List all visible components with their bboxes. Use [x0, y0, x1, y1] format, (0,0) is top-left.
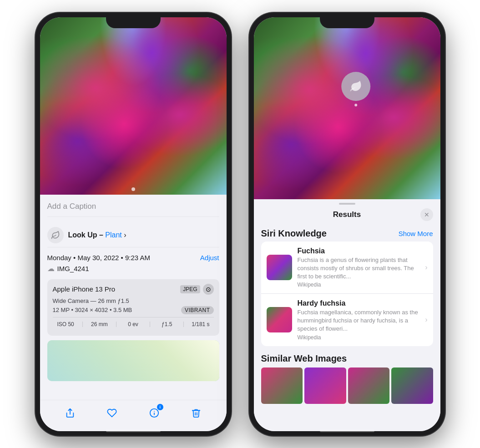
hardy-fuchsia-thumbnail — [267, 307, 292, 332]
hardy-fuchsia-source: Wikipedia — [298, 334, 420, 341]
date-row: Monday • May 30, 2022 • 9:23 AM Adjust — [47, 254, 219, 262]
date-line: Monday • May 30, 2022 • 9:23 AM Adjust — [47, 254, 219, 262]
hardy-fuchsia-desc: Fuchsia magellanica, commonly known as t… — [298, 308, 420, 333]
filename-row: ☁ IMG_4241 — [47, 264, 219, 273]
favorite-button[interactable] — [105, 406, 119, 420]
lookup-chevron: › — [124, 231, 126, 239]
right-flower-photo[interactable] — [254, 17, 440, 199]
right-notch — [320, 13, 374, 28]
right-phone: Results ✕ Siri Knowledge Show More Fuchs… — [249, 13, 445, 436]
results-header: Results ✕ — [254, 205, 440, 225]
exif-mm: 26 mm — [86, 321, 112, 327]
show-more-button[interactable]: Show More — [399, 230, 433, 237]
similar-web-images-section: Similar Web Images — [254, 350, 440, 407]
similar-image-3[interactable] — [348, 367, 390, 404]
exif-aperture: ƒ1.5 — [154, 321, 180, 327]
siri-knowledge-header: Siri Knowledge Show More — [254, 225, 440, 242]
mp-text: 12 MP • 3024 × 4032 • 3.5 MB — [53, 307, 132, 313]
info-panel: Add a Caption Look Up – Plant › — [40, 195, 227, 400]
info-badge: i — [157, 404, 163, 410]
fuchsia-chevron: › — [425, 263, 427, 272]
camera-model: Apple iPhone 13 Pro — [53, 285, 116, 293]
lookup-row[interactable]: Look Up – Plant › — [47, 223, 219, 247]
fuchsia-thumbnail — [267, 255, 292, 280]
settings-icon[interactable]: ⊙ — [203, 284, 214, 295]
home-indicator[interactable] — [106, 430, 161, 432]
notch — [106, 13, 161, 28]
lookup-text: Look Up – Plant › — [68, 231, 126, 239]
date-text: Monday • May 30, 2022 • 9:23 AM — [47, 254, 150, 262]
bottom-toolbar: i — [40, 400, 227, 431]
fuchsia-source: Wikipedia — [298, 282, 420, 288]
trash-button[interactable] — [189, 406, 203, 420]
left-screen: Add a Caption Look Up – Plant › — [40, 17, 227, 431]
map-thumbnail[interactable] — [47, 340, 219, 381]
caption-input[interactable]: Add a Caption — [47, 200, 219, 217]
similar-web-images-title: Similar Web Images — [261, 353, 433, 364]
flower-photo[interactable] — [40, 17, 227, 195]
lookup-label: Look Up – — [68, 231, 103, 239]
fuchsia-name: Fuchsia — [298, 247, 420, 255]
lens-info: Wide Camera — 26 mm ƒ1.5 — [53, 297, 214, 304]
hardy-fuchsia-chevron: › — [425, 316, 427, 324]
leaf-icon — [47, 227, 64, 243]
similar-image-1[interactable] — [261, 367, 303, 404]
results-title: Results — [333, 210, 361, 219]
knowledge-card: Fuchsia Fuchsia is a genus of flowering … — [261, 242, 433, 346]
camera-info-box: Apple iPhone 13 Pro JPEG ⊙ Wide Camera —… — [47, 279, 219, 336]
exif-shutter: 1/181 s — [187, 321, 213, 327]
close-button[interactable]: ✕ — [420, 208, 433, 221]
right-home-indicator[interactable] — [320, 430, 374, 432]
info-button[interactable]: i — [147, 406, 162, 420]
hardy-fuchsia-text: Hardy fuchsia Fuchsia magellanica, commo… — [298, 299, 420, 341]
siri-knowledge-title: Siri Knowledge — [261, 228, 327, 239]
camera-row: Apple iPhone 13 Pro JPEG ⊙ — [53, 284, 214, 295]
lookup-subject: Plant — [105, 231, 121, 239]
hardy-fuchsia-name: Hardy fuchsia — [298, 299, 420, 307]
similar-image-4[interactable] — [391, 367, 433, 404]
right-screen: Results ✕ Siri Knowledge Show More Fuchs… — [254, 17, 440, 431]
filename-text: IMG_4241 — [57, 265, 89, 272]
share-button[interactable] — [63, 406, 77, 420]
fuchsia-text: Fuchsia Fuchsia is a genus of flowering … — [298, 247, 420, 288]
knowledge-item-hardy-fuchsia[interactable]: Hardy fuchsia Fuchsia magellanica, commo… — [261, 294, 433, 346]
left-phone: Add a Caption Look Up – Plant › — [35, 13, 231, 436]
jpeg-badge: JPEG — [180, 285, 200, 293]
cloud-icon: ☁ — [47, 264, 55, 273]
exif-iso: ISO 50 — [53, 321, 79, 327]
fuchsia-desc: Fuchsia is a genus of flowering plants t… — [298, 256, 420, 281]
siri-visual-bubble — [341, 72, 370, 101]
format-badges: JPEG ⊙ — [180, 284, 213, 295]
exif-ev: 0 ev — [120, 321, 146, 327]
mp-row: 12 MP • 3024 × 4032 • 3.5 MB VIBRANT — [53, 306, 214, 314]
adjust-button[interactable]: Adjust — [200, 254, 219, 262]
knowledge-item-fuchsia[interactable]: Fuchsia Fuchsia is a genus of flowering … — [261, 242, 433, 294]
vibrant-badge: VIBRANT — [181, 306, 214, 314]
similar-image-2[interactable] — [304, 367, 346, 404]
exif-row: ISO 50 26 mm 0 ev ƒ1.5 1/181 s — [53, 317, 214, 331]
results-sheet: Results ✕ Siri Knowledge Show More Fuchs… — [254, 199, 440, 431]
similar-images-grid — [261, 367, 433, 404]
